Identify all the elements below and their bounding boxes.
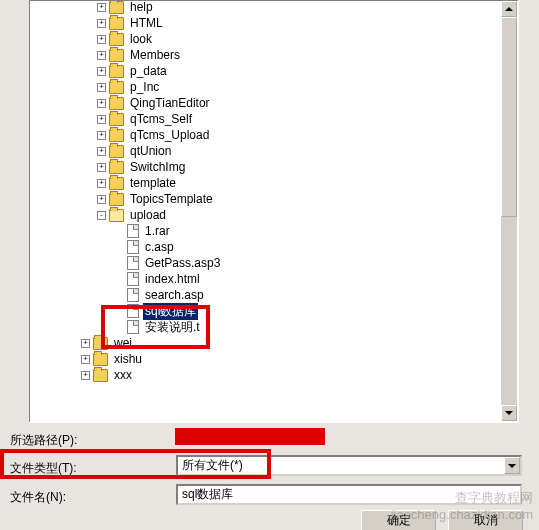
folder-icon <box>109 97 124 110</box>
tree-row[interactable]: +qTcms_Upload <box>30 127 517 143</box>
folder-open-icon <box>109 209 124 222</box>
tree-row[interactable]: GetPass.asp3 <box>30 255 517 271</box>
tree-row[interactable]: index.html <box>30 271 517 287</box>
tree-item-label: xishu <box>112 352 144 366</box>
tree-item-label: Members <box>128 48 182 62</box>
tree-item-label: p_Inc <box>128 80 161 94</box>
folder-icon <box>109 161 124 174</box>
scroll-up-button[interactable] <box>501 1 517 17</box>
tree-row[interactable]: +wei <box>30 335 517 351</box>
file-icon <box>127 224 139 238</box>
button-row: 确定 取消 <box>0 510 539 530</box>
tree-item-label: QingTianEditor <box>128 96 212 110</box>
tree-inner: +help+HTML+look+Members+p_data+p_Inc+Qin… <box>30 0 517 383</box>
vertical-scrollbar[interactable] <box>501 1 517 421</box>
tree-row[interactable]: +SwitchImg <box>30 159 517 175</box>
ok-button[interactable]: 确定 <box>361 510 436 530</box>
folder-icon <box>109 177 124 190</box>
tree-item-label: qTcms_Self <box>128 112 194 126</box>
tree-row[interactable]: +help <box>30 0 517 15</box>
file-icon <box>127 240 139 254</box>
tree-row[interactable]: +TopicsTemplate <box>30 191 517 207</box>
expand-icon[interactable]: + <box>97 115 106 124</box>
tree-item-label: help <box>128 0 155 14</box>
expand-icon[interactable]: + <box>97 51 106 60</box>
expand-icon[interactable]: + <box>97 3 106 12</box>
folder-icon <box>109 113 124 126</box>
dropdown-button[interactable] <box>504 457 520 474</box>
expand-icon[interactable]: + <box>97 179 106 188</box>
scroll-down-button[interactable] <box>501 405 517 421</box>
tree-row[interactable]: +p_data <box>30 63 517 79</box>
tree-row[interactable]: +xxx <box>30 367 517 383</box>
file-type-combobox[interactable]: 所有文件(*) <box>176 455 522 476</box>
path-label: 所选路径(P): <box>10 432 77 449</box>
folder-icon <box>109 81 124 94</box>
tree-row[interactable]: +HTML <box>30 15 517 31</box>
tree-row[interactable]: +xishu <box>30 351 517 367</box>
tree-row[interactable]: sql数据库 <box>30 303 517 319</box>
tree-row[interactable]: +QingTianEditor <box>30 95 517 111</box>
folder-icon <box>93 353 108 366</box>
tree-item-label: SwitchImg <box>128 160 187 174</box>
expand-icon[interactable]: + <box>97 35 106 44</box>
expand-icon[interactable]: + <box>97 131 106 140</box>
expand-icon[interactable]: + <box>81 371 90 380</box>
tree-item-label: 安装说明.t <box>143 319 202 336</box>
tree-row[interactable]: 安装说明.t <box>30 319 517 335</box>
name-label: 文件名(N): <box>10 489 66 506</box>
type-label: 文件类型(T): <box>10 460 77 477</box>
tree-row[interactable]: +look <box>30 31 517 47</box>
tree-panel: +help+HTML+look+Members+p_data+p_Inc+Qin… <box>29 0 519 423</box>
scroll-thumb[interactable] <box>501 17 517 217</box>
folder-icon <box>109 145 124 158</box>
expand-icon[interactable]: + <box>97 99 106 108</box>
tree-item-label: sql数据库 <box>143 303 198 320</box>
tree-item-label: look <box>128 32 154 46</box>
tree-item-label: upload <box>128 208 168 222</box>
tree-row[interactable]: +Members <box>30 47 517 63</box>
tree-item-label: index.html <box>143 272 202 286</box>
folder-icon <box>93 337 108 350</box>
file-name-input[interactable]: sql数据库 <box>176 484 522 505</box>
tree-row[interactable]: 1.rar <box>30 223 517 239</box>
folder-icon <box>109 129 124 142</box>
expand-icon[interactable]: + <box>97 163 106 172</box>
expand-icon[interactable]: + <box>97 195 106 204</box>
tree-row[interactable]: c.asp <box>30 239 517 255</box>
expand-icon[interactable]: + <box>97 67 106 76</box>
tree-row[interactable]: +p_Inc <box>30 79 517 95</box>
tree-row[interactable]: -upload <box>30 207 517 223</box>
path-redacted <box>175 428 325 445</box>
tree-item-label: p_data <box>128 64 169 78</box>
folder-icon <box>93 369 108 382</box>
tree-row[interactable]: +template <box>30 175 517 191</box>
folder-icon <box>109 1 124 14</box>
collapse-icon[interactable]: - <box>97 211 106 220</box>
tree-item-label: c.asp <box>143 240 176 254</box>
file-icon <box>127 272 139 286</box>
expand-icon[interactable]: + <box>97 19 106 28</box>
file-icon <box>127 320 139 334</box>
file-name-value: sql数据库 <box>182 486 233 503</box>
tree-item-label: 1.rar <box>143 224 172 238</box>
folder-icon <box>109 17 124 30</box>
expand-icon[interactable]: + <box>81 339 90 348</box>
tree-item-label: TopicsTemplate <box>128 192 215 206</box>
expand-icon[interactable]: + <box>81 355 90 364</box>
tree-row[interactable]: +qtUnion <box>30 143 517 159</box>
folder-icon <box>109 33 124 46</box>
tree-item-label: HTML <box>128 16 165 30</box>
tree-item-label: GetPass.asp3 <box>143 256 222 270</box>
expand-icon[interactable]: + <box>97 147 106 156</box>
file-type-value: 所有文件(*) <box>182 457 243 474</box>
tree-row[interactable]: +qTcms_Self <box>30 111 517 127</box>
tree-item-label: search.asp <box>143 288 206 302</box>
cancel-button[interactable]: 取消 <box>448 510 523 530</box>
file-icon <box>127 288 139 302</box>
file-icon <box>127 256 139 270</box>
folder-icon <box>109 65 124 78</box>
tree-row[interactable]: search.asp <box>30 287 517 303</box>
tree-item-label: wei <box>112 336 134 350</box>
expand-icon[interactable]: + <box>97 83 106 92</box>
